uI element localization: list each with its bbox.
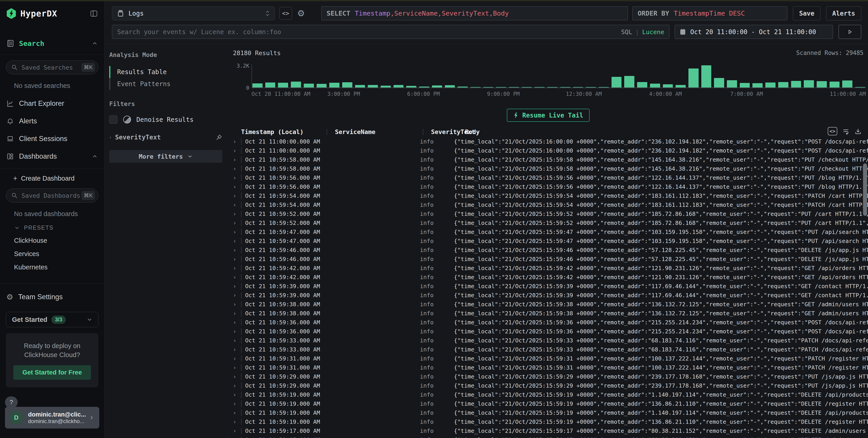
chart-bar[interactable] <box>509 87 519 88</box>
table-row[interactable]: ›Oct 21 10:59:36.000 AMinfo{"time_local"… <box>228 327 868 336</box>
chart-bar[interactable] <box>676 85 686 88</box>
table-row[interactable]: ›Oct 21 10:59:31.000 AMinfo{"time_local"… <box>228 363 868 372</box>
get-started-free-button[interactable]: Get Started for Free <box>13 365 91 380</box>
table-row[interactable]: ›Oct 21 11:00:00.000 AMinfo{"time_local"… <box>228 146 868 155</box>
sql-toggle[interactable]: SQL <box>621 29 632 35</box>
chart-bar[interactable] <box>547 87 557 88</box>
chart-bar[interactable] <box>612 77 622 88</box>
chart-bar[interactable] <box>329 83 339 88</box>
chart-bar[interactable] <box>406 86 416 88</box>
table-scrollbar[interactable] <box>863 163 867 216</box>
presets-header[interactable]: PRESETS <box>14 225 104 231</box>
resume-live-tail-button[interactable]: Resume Live Tail <box>507 109 590 122</box>
chart-bar[interactable] <box>432 86 442 88</box>
chart-bar[interactable] <box>483 87 494 88</box>
chart-bar[interactable] <box>804 80 814 88</box>
event-search-input[interactable] <box>117 28 621 36</box>
sidebar-item-team-settings[interactable]: ⚙ Team Settings <box>0 290 104 304</box>
chart-bar[interactable] <box>419 87 429 88</box>
table-row[interactable]: ›Oct 21 10:59:33.000 AMinfo{"time_local"… <box>228 336 868 345</box>
lucene-toggle[interactable]: Lucene <box>642 29 664 35</box>
chart-bar[interactable] <box>688 68 699 88</box>
chart-bar[interactable] <box>252 83 262 88</box>
chart-bar[interactable] <box>778 82 788 88</box>
chart-bar[interactable] <box>534 87 545 88</box>
chart-bar[interactable] <box>496 87 506 88</box>
preset-item[interactable]: Kubernetes <box>14 264 104 271</box>
chart-bar[interactable] <box>830 81 840 88</box>
create-dashboard-button[interactable]: + Create Dashboard <box>13 174 104 182</box>
user-menu[interactable]: D dominic.tran@clic... dominic.tran@clic… <box>5 407 99 429</box>
more-filters-button[interactable]: More filters <box>109 150 222 163</box>
sidebar-item-chart-explorer[interactable]: Chart Explorer <box>0 96 104 111</box>
table-row[interactable]: ›Oct 21 10:59:39.000 AMinfo{"time_local"… <box>228 291 868 300</box>
chart-bar[interactable] <box>663 84 673 88</box>
order-by-input[interactable]: ORDER BY TimestampTime DESC <box>632 6 787 20</box>
sidebar-item-client-sessions[interactable]: Client Sessions <box>0 132 104 146</box>
download-icon[interactable] <box>855 128 862 135</box>
table-row[interactable]: ›Oct 21 10:59:54.000 AMinfo{"time_local"… <box>228 200 868 209</box>
chart-bar[interactable] <box>586 87 596 88</box>
chart-bar[interactable] <box>817 81 827 88</box>
table-row[interactable]: ›Oct 21 10:59:17.000 AMinfo{"time_local"… <box>228 435 868 438</box>
chart-bar[interactable] <box>727 80 737 88</box>
chevron-up-icon[interactable] <box>92 153 98 160</box>
column-header-body[interactable]: ⋮Body <box>454 128 868 135</box>
chart-bar[interactable] <box>752 83 763 88</box>
mode-results-table[interactable]: Results Table <box>109 66 222 78</box>
table-row[interactable]: ›Oct 21 10:59:42.000 AMinfo{"time_local"… <box>228 264 868 273</box>
chart-bar[interactable] <box>701 65 712 88</box>
table-row[interactable]: ›Oct 21 10:59:58.000 AMinfo{"time_local"… <box>228 164 868 173</box>
table-row[interactable]: ›Oct 21 10:59:29.000 AMinfo{"time_local"… <box>228 372 868 381</box>
table-row[interactable]: ›Oct 21 10:59:56.000 AMinfo{"time_local"… <box>228 173 868 182</box>
edit-sql-button[interactable]: <> <box>279 7 292 20</box>
chart-bar[interactable] <box>522 87 532 88</box>
table-row[interactable]: ›Oct 21 10:59:39.000 AMinfo{"time_local"… <box>228 281 868 291</box>
table-row[interactable]: ›Oct 21 10:59:38.000 AMinfo{"time_local"… <box>228 300 868 309</box>
table-row[interactable]: ›Oct 21 10:59:19.000 AMinfo{"time_local"… <box>228 417 868 426</box>
table-row[interactable]: ›Oct 21 10:59:19.000 AMinfo{"time_local"… <box>228 390 868 399</box>
chart-bar[interactable] <box>445 85 455 88</box>
chart-bar[interactable] <box>714 78 724 88</box>
saved-searches-input[interactable]: Saved Searches ⌘K <box>6 60 98 74</box>
saved-dashboards-input[interactable]: Saved Dashboards ⌘K <box>6 189 98 202</box>
table-row[interactable]: ›Oct 21 10:59:42.000 AMinfo{"time_local"… <box>228 273 868 281</box>
severity-filter-group[interactable]: › SeverityText <box>109 134 222 141</box>
chart-bar[interactable] <box>265 82 276 88</box>
column-header-servicename[interactable]: ⋮ServiceName <box>324 128 420 135</box>
table-row[interactable]: ›Oct 21 10:59:33.000 AMinfo{"time_local"… <box>228 345 868 354</box>
pin-icon[interactable] <box>216 134 222 141</box>
table-row[interactable]: ›Oct 21 11:00:00.000 AMinfo{"time_local"… <box>228 137 868 146</box>
table-row[interactable]: ›Oct 21 10:59:19.000 AMinfo{"time_local"… <box>228 408 868 417</box>
chart-bar[interactable] <box>342 82 352 88</box>
chevron-up-icon[interactable] <box>92 40 98 46</box>
table-row[interactable]: ›Oct 21 10:59:47.000 AMinfo{"time_local"… <box>228 236 868 245</box>
chart-bar[interactable] <box>573 87 583 88</box>
table-row[interactable]: ›Oct 21 10:59:19.000 AMinfo{"time_local"… <box>228 399 868 408</box>
sidebar-item-search[interactable]: Search <box>0 37 104 50</box>
table-row[interactable]: ›Oct 21 10:59:52.000 AMinfo{"time_local"… <box>228 209 868 218</box>
chart-bar[interactable] <box>740 83 750 88</box>
select-columns-input[interactable]: SELECT Timestamp,ServiceName,SeverityTex… <box>321 6 628 20</box>
wrap-lines-icon[interactable] <box>842 128 849 135</box>
table-row[interactable]: ›Oct 21 10:59:46.000 AMinfo{"time_local"… <box>228 245 868 255</box>
chart-bar[interactable] <box>637 82 647 88</box>
chart-bar[interactable] <box>458 87 468 88</box>
column-header-severitytext[interactable]: ⋮SeverityText <box>420 128 454 135</box>
chart-bar[interactable] <box>317 84 327 88</box>
chart-bar[interactable] <box>394 85 404 88</box>
chart-bar[interactable] <box>291 81 301 88</box>
run-query-button[interactable] <box>839 25 861 39</box>
source-settings-gear-icon[interactable]: ⚙ <box>295 7 307 20</box>
chart-bar[interactable] <box>560 87 570 88</box>
chart-bar[interactable] <box>355 85 365 88</box>
preset-item[interactable]: ClickHouse <box>14 237 104 244</box>
column-header-timestamp[interactable]: Timestamp (Local) <box>241 128 324 135</box>
chart-bar[interactable] <box>278 83 288 88</box>
sidebar-collapse-icon[interactable] <box>90 9 98 18</box>
table-row[interactable]: ›Oct 21 10:59:46.000 AMinfo{"time_local"… <box>228 255 868 264</box>
table-row[interactable]: ›Oct 21 10:59:38.000 AMinfo{"time_local"… <box>228 309 868 318</box>
table-row[interactable]: ›Oct 21 10:59:36.000 AMinfo{"time_local"… <box>228 318 868 327</box>
chart-bar[interactable] <box>791 81 801 88</box>
table-row[interactable]: ›Oct 21 10:59:52.000 AMinfo{"time_local"… <box>228 218 868 227</box>
